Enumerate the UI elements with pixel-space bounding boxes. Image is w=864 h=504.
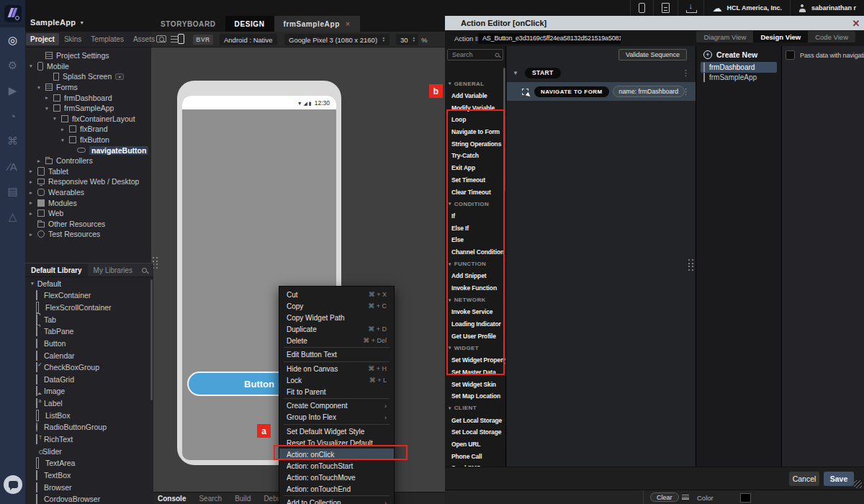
menu-item-action-onclick[interactable]: Action: onClick xyxy=(279,449,394,460)
library-item-image[interactable]: Image xyxy=(25,385,153,397)
menu-item-create-component[interactable]: Create Component› xyxy=(279,400,394,412)
library-item-radiobuttongroup[interactable]: RadioButtonGroup xyxy=(25,421,153,433)
console-tab-search[interactable]: Search xyxy=(192,495,228,503)
panel-tab-skins[interactable]: Skins xyxy=(60,33,86,45)
menu-item-reset-to-visualizer-default[interactable]: Reset To Visualizer Default xyxy=(279,437,394,449)
close-icon[interactable]: ✕ xyxy=(850,16,863,30)
chevron-right-icon[interactable]: ▸ xyxy=(30,231,37,238)
orientation-portrait-icon[interactable] xyxy=(178,34,184,44)
cloud-account[interactable]: ☁ HCL America, Inc. xyxy=(703,0,790,16)
resize-grip-icon[interactable] xyxy=(854,480,862,488)
save-button[interactable]: Save xyxy=(824,472,854,486)
tree-item-test-resources[interactable]: ▸Test Resources xyxy=(25,229,151,240)
library-tab-default-library[interactable]: Default Library xyxy=(25,264,88,276)
skins-icon[interactable]: ∕A xyxy=(5,158,21,174)
shutter-icon[interactable]: ◎ xyxy=(5,32,21,48)
menu-item-add-to-collection[interactable]: Add to Collection› xyxy=(279,498,394,504)
tree-item-flxbrand[interactable]: ▸flxBrand xyxy=(25,124,151,135)
library-item-datagrid[interactable]: DataGrid xyxy=(25,373,153,385)
library-item-textbox[interactable]: TextBox xyxy=(25,469,153,482)
assets-icon[interactable]: △ xyxy=(5,209,21,225)
project-menu[interactable]: SampleApp ▼ xyxy=(30,18,84,27)
chevron-down-icon[interactable]: ▾ xyxy=(30,63,37,69)
library-item-flexscrollcontainer[interactable]: FlexScrollContainer xyxy=(25,302,153,314)
validate-sequence-button[interactable]: Validate Sequence xyxy=(618,49,687,60)
action-item-invoke-service[interactable]: Invoke Service xyxy=(445,306,505,318)
create-new-button[interactable]: + Create New xyxy=(703,49,757,60)
action-item-set-timeout[interactable]: Set Timeout xyxy=(445,174,505,186)
action-group-widget[interactable]: ▾WIDGET xyxy=(445,342,505,354)
action-item-add-variable[interactable]: Add Variable xyxy=(445,90,505,102)
platform-select[interactable]: Android : Native ▲▼ xyxy=(220,34,277,45)
zoom-stepper[interactable]: 30 ▲▼ xyxy=(396,34,418,45)
tree-item-controllers[interactable]: ▸Controllers xyxy=(25,156,151,166)
action-item-else-if[interactable]: Else If xyxy=(445,222,505,234)
tree-item-project-settings[interactable]: Project Settings xyxy=(25,50,151,61)
menu-item-copy-widget-path[interactable]: Copy Widget Path xyxy=(279,312,394,323)
chevron-right-icon[interactable]: ▸ xyxy=(30,210,37,217)
console-tab-console[interactable]: Console xyxy=(151,495,192,503)
tree-item-modules[interactable]: ▸Modules xyxy=(25,197,151,208)
library-item-tab[interactable]: Tab xyxy=(25,313,153,325)
action-item-navigate-to-form[interactable]: Navigate to Form xyxy=(445,126,505,138)
tree-item-flxcontainerlayout[interactable]: ▾flxContainerLayout xyxy=(25,114,151,125)
action-item-exit-app[interactable]: Exit App xyxy=(445,162,505,174)
chevron-right-icon[interactable]: ▸ xyxy=(30,179,37,185)
tree-item-frmsampleapp[interactable]: ▾frmSampleApp xyxy=(25,103,151,114)
tree-item-forms[interactable]: ▾Forms xyxy=(25,82,151,93)
library-item-tabpane[interactable]: TabPane xyxy=(25,325,153,338)
menu-item-hide-on-canvas[interactable]: Hide on Canvas⌘ + H xyxy=(279,363,394,374)
close-tab-icon[interactable]: × xyxy=(346,19,351,28)
view-tab-design-view[interactable]: Design View xyxy=(753,31,808,42)
action-id-field[interactable]: AS_Button_e3d3169c5ff24ea58132d521519a50… xyxy=(478,33,621,44)
library-item-textarea[interactable]: TextArea xyxy=(25,457,153,469)
menu-item-group-into-flex[interactable]: Group Into Flex› xyxy=(279,412,394,423)
library-item-slider[interactable]: Slider xyxy=(25,445,153,457)
actions-scrollbar[interactable] xyxy=(503,68,505,192)
tab-frmsampleapp[interactable]: frmSampleApp× xyxy=(274,16,360,32)
clear-button[interactable]: Clear xyxy=(650,492,679,502)
flex-icon[interactable]: ⌘ xyxy=(5,133,21,149)
chevron-down-icon[interactable]: ▾ xyxy=(61,137,69,143)
library-scrollbar[interactable] xyxy=(150,279,153,400)
menu-icon[interactable] xyxy=(171,36,179,42)
panel-tab-assets[interactable]: Assets xyxy=(129,33,159,45)
sequence-node-row[interactable]: NAVIGATE TO FORM name: frmDashboard ⋮ xyxy=(507,82,696,101)
library-item-browser[interactable]: Browser xyxy=(25,481,153,493)
sequence-start-row[interactable]: ▼ START ⋮ xyxy=(507,65,696,81)
action-item-add-snippet[interactable]: Add Snippet xyxy=(445,270,505,282)
kebab-menu-icon[interactable]: ⋮ xyxy=(682,87,690,96)
library-tab-my-libraries[interactable]: My Libraries xyxy=(88,264,138,276)
action-item-try-catch[interactable]: Try-Catch xyxy=(445,150,505,162)
library-search-icon[interactable] xyxy=(142,268,147,273)
action-item-set-map-location[interactable]: Set Map Location xyxy=(445,390,505,402)
start-node[interactable]: START xyxy=(525,68,561,78)
device-select[interactable]: Google Pixel 3 (1080 x 2160) ▲▼ xyxy=(284,34,390,45)
chevron-right-icon[interactable]: ▸ xyxy=(30,189,37,196)
action-group-general[interactable]: ▾GENERAL xyxy=(445,78,505,90)
action-item-set-widget-property[interactable]: Set Widget Property xyxy=(445,354,505,366)
node-parameter[interactable]: name: frmDashboard xyxy=(613,86,685,97)
library-item-checkboxgroup[interactable]: CheckBoxGroup xyxy=(25,361,153,374)
action-item-phone-call[interactable]: Phone Call xyxy=(445,450,505,462)
panel-tab-templates[interactable]: Templates xyxy=(86,33,128,45)
bvr-badge[interactable]: BVR xyxy=(193,35,213,45)
tree-item-tablet[interactable]: ▸Tablet xyxy=(25,166,151,177)
chevron-down-icon[interactable]: ▾ xyxy=(45,105,53,112)
action-item-clear-timeout[interactable]: Clear Timeout xyxy=(445,186,505,198)
action-item-invoke-function[interactable]: Invoke Function xyxy=(445,282,505,294)
action-item-open-url[interactable]: Open URL xyxy=(445,438,505,451)
action-item-get-user-profile[interactable]: Get User Profile xyxy=(445,330,505,342)
chat-support-button[interactable] xyxy=(4,475,22,494)
chevron-right-icon[interactable]: ▸ xyxy=(30,199,37,206)
action-item-modify-variable[interactable]: Modify Variable xyxy=(445,102,505,114)
menu-item-duplicate[interactable]: Duplicate⌘ + D xyxy=(279,323,394,335)
library-item-richtext[interactable]: RichText xyxy=(25,433,153,446)
console-tab-build[interactable]: Build xyxy=(228,495,257,503)
tree-item-responsive-web-desktop[interactable]: ▸Responsive Web / Desktop xyxy=(25,176,151,187)
tree-item-frmdashboard[interactable]: ▸frmDashboard xyxy=(25,92,151,103)
library-item-cordovabrowser[interactable]: CordovaBrowser xyxy=(25,493,153,504)
action-item-loop[interactable]: Loop xyxy=(445,114,505,126)
form-item-frmdashboard[interactable]: frmDashboard xyxy=(701,62,777,73)
tab-design[interactable]: DESIGN xyxy=(225,16,274,32)
